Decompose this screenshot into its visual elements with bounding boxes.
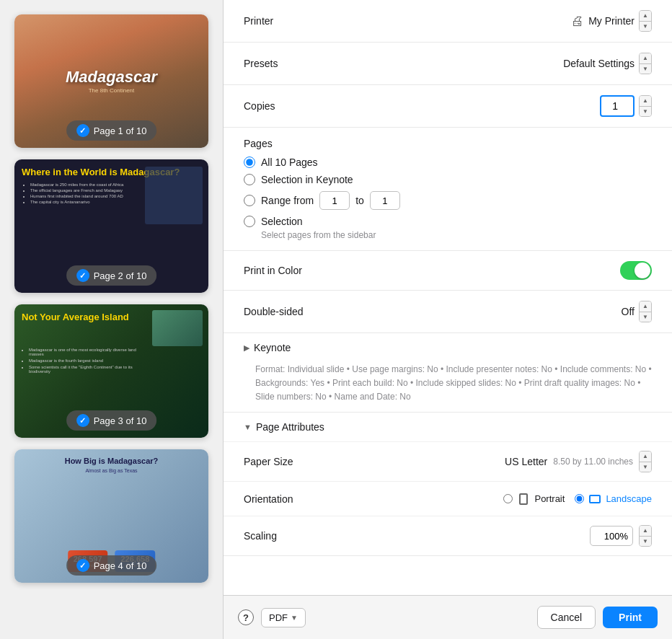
check-icon-4 bbox=[76, 559, 89, 572]
p3-bullet-2: Madagascar is the fourth largest island bbox=[29, 358, 144, 363]
copies-stepper-up[interactable]: ▲ bbox=[640, 96, 651, 106]
p3-bullet-3: Some scientists call it the "Eighth Cont… bbox=[29, 365, 144, 374]
copies-row: Copies ▲ ▼ bbox=[224, 85, 672, 128]
pdf-dropdown[interactable]: PDF ▼ bbox=[261, 608, 306, 627]
page-thumb-3[interactable]: Not Your Average Island Madagascar is on… bbox=[14, 304, 208, 438]
presets-stepper-up[interactable]: ▲ bbox=[640, 53, 651, 63]
thumb-3-img bbox=[152, 310, 203, 346]
scaling-value: ▲ ▼ bbox=[590, 525, 652, 547]
page-1-label: Page 1 of 10 bbox=[94, 125, 147, 136]
orientation-label: Orientation bbox=[244, 493, 345, 505]
thumb-1-content: Madagascar The 8th Continent bbox=[66, 69, 157, 94]
portrait-icon-container bbox=[516, 492, 531, 506]
scaling-stepper-down[interactable]: ▼ bbox=[640, 537, 651, 547]
paper-size-stepper-down[interactable]: ▼ bbox=[640, 462, 651, 472]
page4-title: How Big is Madagascar? bbox=[65, 457, 159, 465]
radio-selection-keynote-label: Selection in Keynote bbox=[261, 174, 353, 185]
radio-selection-label: Selection bbox=[261, 216, 303, 227]
print-color-label: Print in Color bbox=[244, 265, 330, 276]
range-row: Range from to bbox=[244, 191, 652, 210]
double-sided-value: Off ▲ ▼ bbox=[622, 301, 652, 322]
paper-size-label: Paper Size bbox=[244, 456, 345, 467]
scaling-row: Scaling ▲ ▼ bbox=[224, 516, 672, 555]
portrait-option[interactable]: Portrait bbox=[503, 492, 565, 506]
page4-subtitle: Almost as Big as Texas bbox=[85, 468, 137, 473]
copies-input[interactable] bbox=[600, 95, 635, 117]
paper-size-dims: 8.50 by 11.00 inches bbox=[553, 457, 633, 467]
print-button[interactable]: Print bbox=[603, 607, 658, 628]
page-2-label-bar: Page 2 of 10 bbox=[66, 265, 157, 286]
paper-size-value: US Letter 8.50 by 11.00 inches ▲ ▼ bbox=[505, 451, 652, 472]
color-toggle-knob bbox=[635, 263, 650, 278]
radio-row-selection: Selection bbox=[244, 216, 652, 227]
paper-size-stepper[interactable]: ▲ ▼ bbox=[639, 451, 652, 472]
copies-label: Copies bbox=[244, 100, 330, 112]
landscape-option[interactable]: Landscape bbox=[575, 492, 652, 506]
page-2-label: Page 2 of 10 bbox=[94, 270, 147, 281]
print-panel: Printer 🖨 My Printer ▲ ▼ Presets Default… bbox=[224, 0, 672, 639]
attributes-arrow-icon: ▼ bbox=[244, 423, 252, 431]
landscape-label: Landscape bbox=[606, 493, 652, 504]
radio-selection-keynote[interactable] bbox=[244, 174, 255, 185]
printer-stepper-down[interactable]: ▼ bbox=[640, 22, 651, 32]
radio-all-label: All 10 Pages bbox=[261, 157, 318, 168]
range-to-input[interactable] bbox=[370, 191, 400, 210]
radio-all-pages[interactable] bbox=[244, 157, 255, 168]
scaling-input[interactable] bbox=[590, 526, 633, 546]
paper-size-name: US Letter bbox=[505, 456, 547, 467]
page-sidebar: Madagascar The 8th Continent Page 1 of 1… bbox=[0, 0, 224, 639]
presets-row: Presets Default Settings ▲ ▼ bbox=[224, 43, 672, 85]
pdf-label: PDF bbox=[269, 612, 288, 623]
double-sided-stepper-up[interactable]: ▲ bbox=[640, 301, 651, 312]
scaling-stepper[interactable]: ▲ ▼ bbox=[639, 525, 652, 547]
copies-stepper[interactable]: ▲ ▼ bbox=[639, 95, 652, 117]
range-from-input[interactable] bbox=[319, 191, 350, 210]
landscape-page-icon bbox=[589, 495, 601, 503]
double-sided-value-text: Off bbox=[622, 306, 635, 317]
radio-row-all: All 10 Pages bbox=[244, 157, 652, 168]
page-3-label-bar: Page 3 of 10 bbox=[66, 410, 157, 431]
printer-stepper-up[interactable]: ▲ bbox=[640, 11, 651, 21]
double-sided-stepper-down[interactable]: ▼ bbox=[640, 312, 651, 322]
radio-range[interactable] bbox=[244, 195, 255, 206]
panel-footer: ? PDF ▼ Cancel Print bbox=[224, 595, 672, 639]
page-thumb-2[interactable]: Where in the World is Madagascar? Madaga… bbox=[14, 159, 208, 293]
copies-value: ▲ ▼ bbox=[600, 95, 652, 117]
radio-selection[interactable] bbox=[244, 216, 255, 227]
keynote-description: Format: Individual slide • Use page marg… bbox=[255, 364, 652, 402]
panel-content: Printer 🖨 My Printer ▲ ▼ Presets Default… bbox=[224, 0, 672, 595]
paper-size-stepper-up[interactable]: ▲ bbox=[640, 451, 651, 462]
presets-label: Presets bbox=[244, 58, 330, 69]
page-attributes-section: ▼ Page Attributes Paper Size US Letter 8… bbox=[224, 413, 672, 556]
double-sided-stepper[interactable]: ▲ ▼ bbox=[639, 301, 652, 322]
radio-range-label: Range from bbox=[261, 195, 314, 206]
color-toggle[interactable] bbox=[620, 261, 652, 280]
printer-name: My Printer bbox=[588, 15, 635, 27]
landscape-icon-container bbox=[588, 492, 602, 506]
cancel-button[interactable]: Cancel bbox=[537, 606, 596, 629]
presets-stepper[interactable]: ▲ ▼ bbox=[639, 53, 652, 74]
presets-stepper-down[interactable]: ▼ bbox=[640, 64, 651, 74]
keynote-body: Format: Individual slide • Use page marg… bbox=[224, 362, 672, 412]
scaling-stepper-up[interactable]: ▲ bbox=[640, 526, 651, 536]
pages-section-label: Pages bbox=[244, 138, 652, 149]
printer-stepper[interactable]: ▲ ▼ bbox=[639, 10, 652, 32]
page-attributes-title: Page Attributes bbox=[256, 421, 324, 433]
orientation-options: Portrait Landscape bbox=[503, 492, 652, 506]
help-button[interactable]: ? bbox=[238, 609, 254, 625]
page-attributes-header[interactable]: ▼ Page Attributes bbox=[224, 413, 672, 441]
page3-title: Not Your Average Island bbox=[22, 312, 129, 323]
printer-row: Printer 🖨 My Printer ▲ ▼ bbox=[224, 0, 672, 43]
pdf-chevron-icon: ▼ bbox=[291, 614, 298, 622]
double-sided-row: Double-sided Off ▲ ▼ bbox=[224, 291, 672, 333]
page-thumb-4[interactable]: How Big is Madagascar? Almost as Big as … bbox=[14, 449, 208, 583]
portrait-label: Portrait bbox=[534, 493, 565, 504]
selection-hint: Select pages from the sidebar bbox=[261, 230, 652, 240]
thumb-2-map bbox=[145, 167, 203, 224]
landscape-radio[interactable] bbox=[575, 494, 584, 503]
page-thumb-1[interactable]: Madagascar The 8th Continent Page 1 of 1… bbox=[14, 14, 208, 148]
keynote-header[interactable]: ▶ Keynote bbox=[224, 333, 672, 362]
copies-stepper-down[interactable]: ▼ bbox=[640, 107, 651, 117]
portrait-radio[interactable] bbox=[503, 494, 513, 503]
page3-bullets: Madagascar is one of the most ecological… bbox=[22, 348, 144, 376]
